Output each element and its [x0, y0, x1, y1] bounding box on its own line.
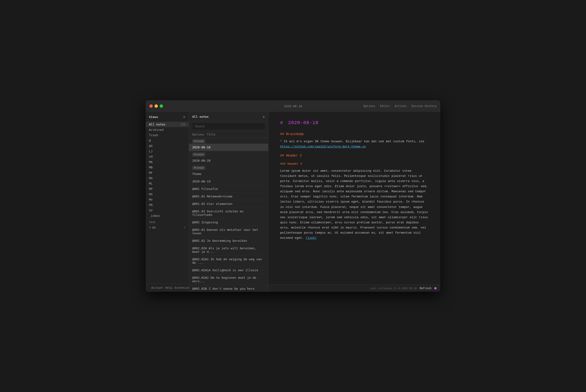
note-title: @002.02A1A Veiligheid is een illusie: [192, 268, 258, 272]
sidebar-item-ma[interactable]: MA: [146, 159, 189, 165]
tag-label: ds: [152, 226, 156, 229]
add-note-button[interactable]: +: [262, 114, 265, 119]
editor-link-2[interactable]: [link]: [306, 236, 317, 240]
pinned-badge-1: Pinned: [192, 139, 205, 143]
editor-footer: Last refreshed 21-8-2020 09:50 Refresh: [268, 284, 440, 292]
note-title: @001.01 Metamodernisme: [192, 194, 232, 198]
sidebar-item-mg[interactable]: MG: [146, 176, 189, 181]
note-item-20200819[interactable]: 2020-08-19: [189, 178, 268, 185]
note-item-002-02a1a[interactable]: @002.02A1A Veiligheid is een illusie: [189, 266, 268, 274]
note-item-20200818[interactable]: 2020-08-18: [189, 144, 268, 151]
note-item-001-02[interactable]: @001.02 Vier elementen: [189, 200, 268, 208]
tag-count: 1: [184, 226, 185, 229]
note-title: Theme: [192, 172, 201, 176]
add-view-button[interactable]: +: [183, 115, 185, 119]
titlebar: 2020-08-18 Options Editor Actions Sessio…: [146, 100, 440, 112]
note-item-001-01[interactable]: @001.01 Metamodernisme: [189, 193, 268, 200]
editor-body-1: * Ik wil m'n eigen SN theme bouwen. Blij…: [280, 139, 429, 149]
note-title: @002.01 Dansen als metafoor voor het lev…: [192, 228, 258, 235]
sidebar-item-lm[interactable]: LM: [146, 154, 189, 159]
editor-lorem: Lorem ipsum dolor sit amet, consectetur …: [280, 168, 429, 240]
close-button[interactable]: [149, 104, 153, 108]
hash-icon: #: [149, 226, 151, 229]
sidebar-item-ms[interactable]: MS: [146, 192, 189, 197]
note-item-002-02[interactable]: @002.02 Je bestemming bereiken: [189, 237, 268, 244]
note-item-002-02a[interactable]: @002.02A Als je iets wilt bereiken, moet…: [189, 244, 268, 256]
status-indicator: [434, 287, 437, 290]
sidebar-item-mb[interactable]: MB: [146, 165, 189, 170]
note-title: 2020-08-20: [192, 159, 210, 162]
list-options-button[interactable]: Options: [192, 133, 204, 136]
sidebar-item-ml[interactable]: ML: [146, 181, 189, 186]
tags-section-title: Tags: [146, 218, 189, 225]
note-title: @002 Zingeving: [192, 220, 218, 224]
note-title: @002.02B I don't wanna be you hero: [192, 287, 254, 290]
notes-list-header: Options Title: [189, 132, 268, 138]
notes-panel: All notes + Options Title Pinned 2020-08…: [189, 112, 268, 292]
sidebar-item-allnotes[interactable]: All notes 288: [146, 122, 189, 127]
hash-symbol: #: [280, 120, 283, 126]
actions-menu[interactable]: Actions: [395, 104, 407, 108]
note-title: @002.02A2 Om te beginnen moet je de eers…: [192, 276, 256, 283]
options-menu[interactable]: Options: [363, 104, 375, 108]
sidebar-header: Views +: [146, 112, 189, 121]
maximize-button[interactable]: [160, 104, 163, 108]
note-item-20200820[interactable]: 2020-08-20: [189, 157, 268, 164]
main-content: Views + All notes 288 Archived Trash @: [146, 112, 440, 292]
sidebar-item-archived[interactable]: Archived: [146, 127, 189, 132]
refresh-timestamp: Last refreshed 21-8-2020 09:50: [370, 287, 417, 290]
sidebar-item-inbox[interactable]: _inbox: [146, 213, 189, 218]
account-link[interactable]: Account: [151, 286, 163, 290]
note-item-002-02b[interactable]: @002.02B I don't wanna be you hero: [189, 285, 268, 292]
notes-panel-title: All notes: [192, 115, 209, 118]
session-history-menu[interactable]: Session History: [411, 104, 437, 108]
editor-link-1[interactable]: https://github.com/saegl5/uniform-dark-t…: [280, 145, 366, 148]
notes-list: Pinned 2020-08-18 Pinned 2020-08-20 Pinn…: [189, 138, 268, 292]
refresh-button[interactable]: Refresh: [420, 287, 431, 290]
sidebar-item-trash[interactable]: Trash: [146, 132, 189, 138]
minimize-button[interactable]: [155, 104, 158, 108]
app-window: 2020-08-18 Options Editor Actions Sessio…: [146, 100, 440, 292]
note-item-002-01[interactable]: @002.01 Dansen als metafoor voor het lev…: [189, 226, 268, 237]
note-title: @002.02 Je bestemming bereiken: [192, 239, 247, 242]
note-item-002[interactable]: @002 Zingeving: [189, 219, 268, 226]
pinned-badge-2: Pinned: [192, 152, 205, 156]
sidebar: Views + All notes 288 Archived Trash @: [146, 112, 189, 292]
sidebar-item-mv[interactable]: MV: [146, 197, 189, 202]
traffic-lights: [149, 104, 163, 108]
editor-menu[interactable]: Editor: [380, 104, 390, 108]
note-title: @002.02A Als je iets wilt bereiken, moet…: [192, 246, 256, 254]
note-item-001-03[interactable]: @001.03 Overzicht scholen en filosofieën: [189, 208, 268, 219]
editor-text-1: * Ik wil m'n eigen SN theme bouwen. Blij…: [280, 140, 424, 143]
note-item-theme[interactable]: Theme: [189, 170, 268, 178]
allnotes-label: All notes: [149, 123, 165, 126]
tag-ds[interactable]: # ds 1: [146, 225, 189, 230]
note-item-001[interactable]: @001 Filosofie: [189, 185, 268, 193]
note-title: @001.02 Vier elementen: [192, 202, 232, 206]
sidebar-item-mp[interactable]: MP: [146, 186, 189, 192]
help-link[interactable]: Help: [166, 286, 172, 290]
notes-header: All notes +: [189, 112, 268, 121]
sidebar-item-at[interactable]: @: [146, 138, 189, 143]
sidebar-item-sv[interactable]: SV: [146, 208, 189, 213]
editor-h3-header3: ### Header 3: [280, 162, 429, 166]
note-title: @001.03 Overzicht scholen en filosofieën: [192, 210, 243, 216]
sidebar-item-atx[interactable]: @X: [146, 143, 189, 148]
sidebar-nav: All notes 288 Archived Trash @ @X LJ: [146, 121, 189, 284]
search-input[interactable]: [192, 123, 265, 130]
editor-h1-text: 2020-08-18: [288, 120, 319, 126]
note-item-002-02a2[interactable]: @002.02A2 Om te beginnen moet je de eers…: [189, 274, 268, 285]
note-title: 2020-08-19: [192, 180, 210, 183]
editor-content[interactable]: # 2020-08-18 ## Braindump * Ik wil m'n e…: [268, 112, 440, 284]
note-item-002-02a1[interactable]: @002.02A1 Ik heb de neiging de weg van d…: [189, 256, 268, 266]
search-bar: [189, 121, 268, 132]
editor-panel: # 2020-08-18 ## Braindump * Ik wil m'n e…: [268, 112, 440, 292]
note-title: @001 Filosofie: [192, 187, 218, 191]
editor-h1: # 2020-08-18: [280, 119, 429, 127]
editor-h2-header2: ## Header 2: [280, 153, 429, 158]
sidebar-item-mf[interactable]: MF: [146, 170, 189, 176]
titlebar-menu: Options Editor Actions Session History: [363, 104, 437, 108]
sidebar-item-pr[interactable]: PR: [146, 202, 189, 208]
pinned-badge-3: Pinned: [192, 166, 205, 170]
sidebar-item-lj[interactable]: LJ: [146, 148, 189, 154]
